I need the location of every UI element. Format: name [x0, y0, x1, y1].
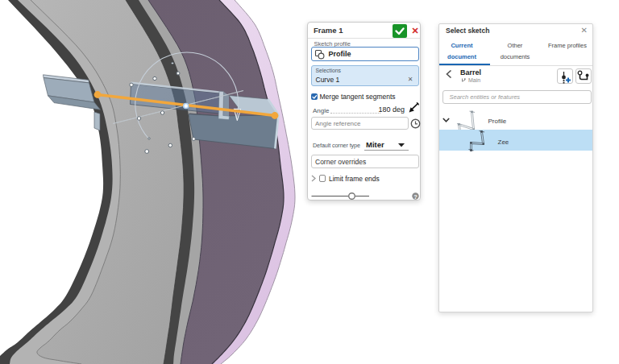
- svg-text:?: ?: [413, 193, 418, 201]
